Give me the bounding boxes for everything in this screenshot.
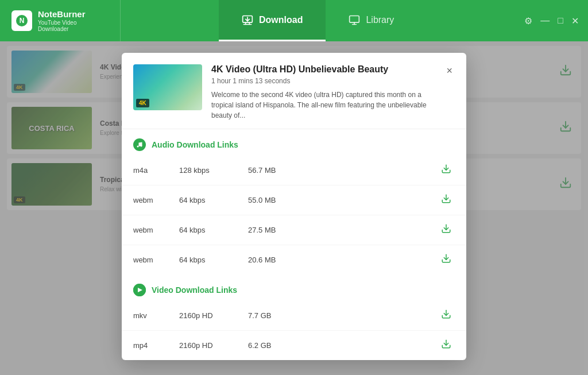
modal-4k-badge: 4K — [136, 99, 149, 107]
tab-library-label: Library — [366, 15, 394, 25]
svg-point-12 — [141, 145, 142, 147]
audio-section-icon — [133, 138, 146, 151]
app-name: NoteBurner — [38, 9, 109, 20]
app-subtitle: YouTube Video Downloader — [38, 20, 109, 32]
main-content: 4K 4K Video (Ultra HD) Beach Paradise Ex… — [0, 41, 588, 375]
audio-size: 20.6 MB — [248, 256, 438, 264]
audio-size: 55.0 MB — [248, 196, 438, 204]
modal-video-info: 4K Video (Ultra HD) Unbelievable Beauty … — [211, 64, 435, 121]
download-tab-icon — [242, 14, 253, 26]
audio-quality: 64 kbps — [179, 256, 248, 264]
video-quality: 2160p HD — [179, 311, 248, 320]
video-download-button[interactable] — [438, 307, 455, 324]
audio-size: 27.5 MB — [248, 226, 438, 234]
minimize-button[interactable]: — — [540, 16, 550, 26]
video-section-icon — [133, 284, 146, 296]
video-section-header: Video Download Links — [122, 275, 466, 301]
tab-library[interactable]: Library — [326, 0, 417, 41]
logo-area: N NoteBurner YouTube Video Downloader — [0, 0, 121, 41]
modal-video-duration: 1 hour 1 mins 13 seconds — [211, 77, 435, 85]
audio-download-button[interactable] — [438, 221, 455, 239]
audio-download-row: webm 64 kbps 27.5 MB — [122, 215, 466, 245]
audio-download-row: m4a 128 kbps 56.7 MB — [122, 156, 466, 185]
window-controls: ⚙ — □ ✕ — [515, 16, 588, 26]
audio-section-header: Audio Download Links — [122, 129, 466, 156]
app-header: N NoteBurner YouTube Video Downloader Do… — [0, 0, 588, 41]
audio-download-row: webm 64 kbps 20.6 MB — [122, 245, 466, 275]
audio-size: 56.7 MB — [248, 166, 438, 175]
download-modal: 4K 4K Video (Ultra HD) Unbelievable Beau… — [122, 53, 466, 360]
video-format: mkv — [133, 311, 179, 320]
svg-rect-5 — [350, 16, 359, 22]
audio-format: webm — [133, 256, 179, 264]
video-download-list: mkv 2160p HD 7.7 GB mp4 2160p HD 6.2 GB — [122, 301, 466, 360]
audio-download-list: m4a 128 kbps 56.7 MB webm 64 kbps 55.0 — [122, 156, 466, 275]
audio-format: webm — [133, 226, 179, 234]
video-size: 7.7 GB — [248, 311, 438, 320]
audio-download-button[interactable] — [438, 251, 455, 269]
audio-download-row: webm 64 kbps 55.0 MB — [122, 185, 466, 215]
app-logo-icon: N — [11, 10, 32, 31]
video-download-row: mkv 2160p HD 7.7 GB — [122, 301, 466, 331]
video-section-label: Video Download Links — [152, 285, 237, 295]
video-quality: 2160p HD — [179, 341, 248, 350]
audio-section-label: Audio Download Links — [152, 140, 238, 149]
audio-quality: 64 kbps — [179, 226, 248, 234]
tab-download[interactable]: Download — [219, 0, 326, 41]
tab-download-label: Download — [259, 15, 303, 25]
settings-button[interactable]: ⚙ — [524, 16, 532, 26]
audio-quality: 128 kbps — [179, 166, 248, 175]
video-size: 6.2 GB — [248, 341, 438, 350]
video-download-row: mp4 2160p HD 6.2 GB — [122, 331, 466, 360]
modal-video-description: Welcome to the second 4K video (ultra HD… — [211, 90, 435, 121]
video-download-button[interactable] — [438, 337, 455, 354]
audio-format: webm — [133, 196, 179, 204]
modal-overlay: 4K 4K Video (Ultra HD) Unbelievable Beau… — [0, 41, 588, 375]
audio-download-button[interactable] — [438, 191, 455, 209]
svg-point-11 — [137, 146, 139, 148]
library-tab-icon — [349, 14, 360, 26]
modal-header: 4K 4K Video (Ultra HD) Unbelievable Beau… — [122, 53, 466, 129]
modal-video-title: 4K Video (Ultra HD) Unbelievable Beauty — [211, 64, 435, 75]
modal-thumbnail: 4K — [133, 64, 202, 110]
close-button[interactable]: ✕ — [571, 16, 579, 26]
audio-format: m4a — [133, 166, 179, 175]
audio-quality: 64 kbps — [179, 196, 248, 204]
video-format: mp4 — [133, 341, 179, 350]
audio-download-button[interactable] — [438, 161, 455, 179]
svg-text:N: N — [20, 17, 25, 25]
modal-close-button[interactable]: × — [444, 64, 455, 77]
nav-tabs: Download Library — [121, 0, 515, 41]
maximize-button[interactable]: □ — [558, 16, 563, 26]
logo-text: NoteBurner YouTube Video Downloader — [38, 9, 109, 32]
